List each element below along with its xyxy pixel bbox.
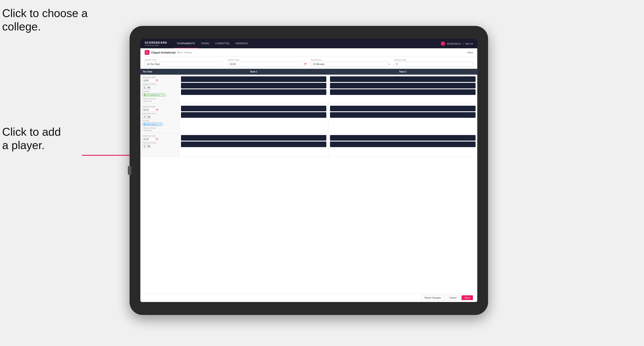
nav-link-teams[interactable]: TEAMS [198,39,212,48]
course-tag-name-1: (A) Peachtree GC [146,94,160,96]
slot-expand-6-1[interactable]: ⋮ [472,137,474,139]
add-group-link-2[interactable]: + Add Group [142,129,177,131]
starting-hole-input-wrap-3: 1 [142,144,177,148]
bottom-bar: Reset Changes Cancel Save [140,293,477,302]
slot-expand-4-2[interactable]: ⋮ [472,114,474,116]
player-slot-3-2[interactable]: × ⋮ [181,112,326,118]
player-slot-6-1[interactable]: × ⋮ [330,135,476,141]
start-type-select[interactable]: 1st Tee Start [145,62,224,66]
slot-x-6-2[interactable]: × [470,143,472,146]
slot-x-5-1[interactable]: × [321,137,322,139]
remove-group-link-2[interactable]: ○ Remove Group [142,127,177,129]
player-slot-4-2[interactable]: × ⋮ [330,112,476,118]
start-time-input[interactable] [228,62,303,66]
back-button[interactable]: ‹ Back [466,51,473,54]
slot-expand-3-1[interactable]: ⋮ [323,108,325,110]
starting-time-input-2[interactable] [142,108,155,112]
player-slot-2-2[interactable]: × ⋮ [330,83,476,88]
time-icon-2: ⏰ [156,109,158,111]
starting-hole-input-wrap-1: 1 [142,86,177,90]
tablet-screen: SCOREBOARD Powered by clippd TOURNAMENTS… [140,39,477,302]
player-slot-4-1[interactable]: × ⋮ [330,106,476,111]
slot-expand-1-3[interactable]: ⋮ [323,91,325,93]
player-slot-2-3[interactable]: × ⋮ [330,89,476,95]
add-icon-1: + [142,100,143,102]
sign-out-link[interactable]: Sign out [465,42,473,45]
slot-x-4-1[interactable]: × [470,107,472,110]
slot-expand-2-1[interactable]: ⋮ [472,78,474,80]
starting-time-input-1[interactable] [142,79,155,82]
team1-col-3: × ⋮ × ⋮ [179,133,328,157]
slot-expand-6-2[interactable]: ⋮ [472,144,474,145]
slot-expand-2-3[interactable]: ⋮ [472,91,474,93]
player-slot-1-1[interactable]: × ⋮ [181,76,326,82]
table-row: STARTING TIME: ⏰ STARTING HOLE: 1 COURSE… [140,75,477,104]
player-slot-5-2[interactable]: × ⋮ [181,142,326,147]
nav-user: blair@clippd.io | Sign out [441,41,473,46]
slot-expand-1-1[interactable]: ⋮ [323,78,325,80]
course-label-1: COURSE: [142,91,177,93]
slot-expand-5-2[interactable]: ⋮ [323,144,325,145]
starting-time-input-3[interactable] [142,137,155,141]
save-button[interactable]: Save [462,295,473,300]
tournament-title: Clippd Invitational [151,51,176,54]
nav-link-tournaments[interactable]: TOURNAMENTS [174,39,198,48]
slot-x-3-2[interactable]: × [321,114,322,116]
start-time-group: Start Time ⏰ [228,59,307,66]
nav-link-rankings[interactable]: RANKINGS [232,39,251,48]
form-area: Start Type 1st Tee Start Start Time ⏰ In… [140,57,477,69]
logo-title: SCOREBOARD [145,41,167,44]
slot-x-1-1[interactable]: × [321,78,322,80]
team1-col-1: × ⋮ × ⋮ × ⋮ [179,75,328,104]
slot-x-1-3[interactable]: × [321,91,322,93]
table-row: STARTING TIME: ⏰ STARTING HOLE: 1 COURSE… [140,104,477,133]
group-size-select[interactable]: 3 4 [394,62,473,66]
course-tag-remove-2[interactable]: × [158,123,159,125]
slot-expand-1-2[interactable]: ⋮ [323,85,325,87]
player-slot-5-1[interactable]: × ⋮ [181,135,326,141]
slot-x-1-2[interactable]: × [321,85,322,87]
intervals-select[interactable]: 10 Minutes [311,62,388,66]
player-slot-2-1[interactable]: × ⋮ [330,76,476,82]
starting-hole-select-1[interactable]: 1 [142,86,151,90]
course-label-2: COURSE: [142,120,177,122]
starting-hole-select-3[interactable]: 1 [142,144,151,148]
slot-x-2-2[interactable]: × [470,85,472,87]
slot-x-2-3[interactable]: × [470,91,472,93]
slot-x-5-2[interactable]: × [321,143,322,146]
cancel-button[interactable]: Cancel [446,295,460,300]
add-group-link-1[interactable]: + Add Group [142,100,177,102]
course-tag-2[interactable]: 🌐 East Lake GC × ✎ [142,123,163,126]
sub-logo: C [145,50,150,55]
course-tag-remove-1[interactable]: × [161,94,162,96]
action-links-1: ○ Remove Group + Add Group [142,98,177,102]
course-tag-1[interactable]: 🌿 (A) Peachtree GC × ✎ [142,93,166,96]
starting-hole-select-2[interactable]: 1 [142,115,151,119]
slot-expand-2-2[interactable]: ⋮ [472,85,474,87]
remove-group-link-1[interactable]: ○ Remove Group [142,98,177,100]
start-time-label: Start Time [228,59,307,61]
nav-link-committee[interactable]: COMMITTEE [212,39,232,48]
team1-col-2: × ⋮ × ⋮ [179,104,328,133]
slot-x-4-2[interactable]: × [470,114,472,116]
slot-expand-5-1[interactable]: ⋮ [323,137,325,139]
clock-icon: ⏰ [304,63,307,65]
slot-x-6-1[interactable]: × [470,137,472,139]
course-tag-edit-1[interactable]: ✎ [162,94,164,96]
slot-x-2-1[interactable]: × [470,78,472,80]
player-slot-3-1[interactable]: × ⋮ [181,106,326,111]
player-slot-6-2[interactable]: × ⋮ [330,142,476,147]
course-tag-name-2: East Lake GC [146,123,157,125]
course-tag-edit-2[interactable]: ✎ [160,123,161,125]
sign-out-separator: | [463,42,464,45]
player-slot-1-3[interactable]: × ⋮ [181,89,326,95]
starting-hole-label-1: STARTING HOLE: [142,83,177,85]
slot-expand-3-2[interactable]: ⋮ [323,114,325,116]
slot-x-3-1[interactable]: × [321,107,322,110]
sub-logo-letter: C [146,51,148,54]
reset-button[interactable]: Reset Changes [421,295,444,300]
intervals-label: Intervals [311,59,390,61]
slot-expand-4-1[interactable]: ⋮ [472,108,474,110]
starting-time-label-2: STARTING TIME: [142,106,177,108]
player-slot-1-2[interactable]: × ⋮ [181,83,326,88]
